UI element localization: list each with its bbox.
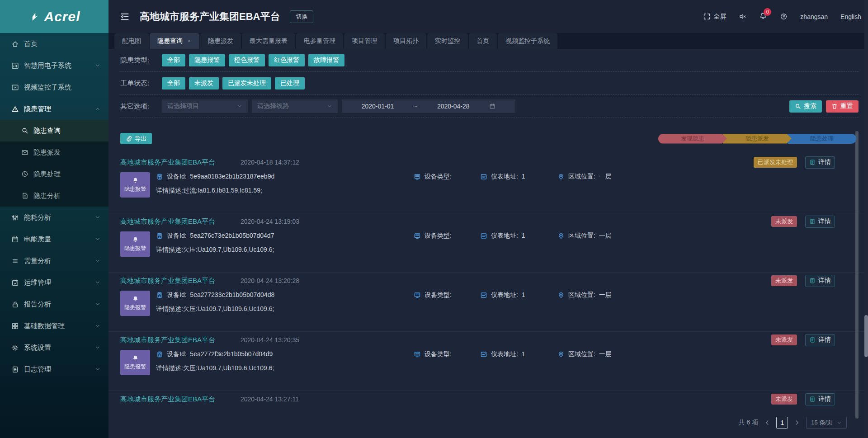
username-menu[interactable]: zhangsan <box>800 13 828 20</box>
tab-视频监控子系统[interactable]: 视频监控子系统 <box>498 33 557 49</box>
record-timestamp: 2020-04-24 13:27:11 <box>241 396 299 403</box>
sidebar-item[interactable]: 基础数据管理 <box>0 315 108 337</box>
sidebar-item[interactable]: 能耗分析 <box>0 207 108 228</box>
filter-other-label: 其它选项: <box>120 102 156 111</box>
tab-最大需量报表[interactable]: 最大需量报表 <box>242 33 295 49</box>
order-status-option[interactable]: 未派发 <box>189 77 219 89</box>
export-button[interactable]: 导出 <box>120 133 152 144</box>
hazard-record-list: 高地城市服务产业集团EBA平台2020-04-18 14:37:12已派发未处理… <box>108 154 868 413</box>
record-title-link[interactable]: 高地城市服务产业集团EBA平台 <box>120 336 215 344</box>
language-switcher[interactable]: English <box>840 13 861 20</box>
tab-bar: 配电图隐患查询隐患派发最大需量报表电参量管理项目管理项目拓扑实时监控首页视频监控… <box>108 33 868 49</box>
home-icon <box>11 40 19 48</box>
bell-icon <box>132 295 139 302</box>
meter-addr-icon <box>480 232 487 240</box>
record-title-link[interactable]: 高地城市服务产业集团EBA平台 <box>120 395 215 404</box>
hazard-type-option[interactable]: 红色报警 <box>269 54 305 66</box>
tab-项目管理[interactable]: 项目管理 <box>344 33 385 49</box>
line-select[interactable]: 请选择线路 <box>252 99 338 113</box>
app-window: Acrel 首页智慧用电子系统视频监控子系统隐患管理隐患查询隐患派发隐患处理隐患… <box>0 0 868 438</box>
sidebar-subitem[interactable]: 隐患处理 <box>0 163 108 185</box>
mute-icon <box>739 13 746 20</box>
prev-page-icon[interactable] <box>764 419 770 426</box>
record-detail-button[interactable]: 详情 <box>805 216 835 228</box>
calendar-icon <box>489 103 495 109</box>
sidebar-item[interactable]: 日志管理 <box>0 358 108 380</box>
legend-pill[interactable]: 隐患派发 <box>723 134 792 144</box>
legend-pill[interactable]: 隐患处理 <box>788 134 856 144</box>
hazard-type-option[interactable]: 隐患报警 <box>189 54 225 66</box>
chevron-down-icon <box>95 280 100 285</box>
hazard-type-option[interactable]: 故障报警 <box>308 54 344 66</box>
record-status-badge: 未派发 <box>771 394 797 405</box>
record-detail-button[interactable]: 详情 <box>805 275 835 287</box>
filter-panel: 隐患类型: 全部隐患报警橙色报警红色报警故障报警 工单状态: 全部未派发已派发未… <box>120 49 859 118</box>
alarm-type-badge: 隐患报警 <box>120 291 150 316</box>
chevron-down-icon <box>95 323 100 329</box>
sidebar-item[interactable]: 电能质量 <box>0 228 108 250</box>
chevron-down-icon <box>327 104 332 109</box>
hazard-type-option[interactable]: 全部 <box>162 54 185 66</box>
order-status-option[interactable]: 已处理 <box>275 77 305 89</box>
sidebar-item[interactable]: 报告分析 <box>0 293 108 315</box>
order-status-option[interactable]: 已派发未处理 <box>222 77 271 89</box>
record-title-link[interactable]: 高地城市服务产业集团EBA平台 <box>120 217 215 226</box>
page-size-select[interactable]: 15 条/页 <box>806 417 847 429</box>
tab-隐患查询[interactable]: 隐患查询 <box>150 33 199 49</box>
tab-首页[interactable]: 首页 <box>469 33 497 49</box>
date-range-picker[interactable]: 2020-01-01 ~ 2020-04-28 <box>342 99 515 113</box>
search-button[interactable]: 搜索 <box>789 100 822 113</box>
tab-实时监控[interactable]: 实时监控 <box>427 33 468 49</box>
tab-项目拓扑[interactable]: 项目拓扑 <box>386 33 426 49</box>
tab-配电图[interactable]: 配电图 <box>114 33 149 49</box>
record-timestamp: 2020-04-24 13:20:28 <box>241 277 299 284</box>
sidebar-subitem[interactable]: 隐患派发 <box>0 141 108 163</box>
help-button[interactable] <box>780 13 788 20</box>
sidebar-item[interactable]: 隐患管理 <box>0 98 108 120</box>
sidebar-item[interactable]: 首页 <box>0 33 108 55</box>
tab-label: 实时监控 <box>435 37 460 45</box>
tab-隐患派发[interactable]: 隐患派发 <box>200 33 241 49</box>
reset-button[interactable]: 重置 <box>826 100 859 113</box>
mute-button[interactable] <box>739 13 746 20</box>
device-id-field: 设备Id: 5ea2772f3e2b1b05b07d04d9 <box>156 350 414 358</box>
window-scrollbar-thumb[interactable] <box>864 315 868 357</box>
project-select[interactable]: 请选择项目 <box>162 99 248 113</box>
hazard-type-option[interactable]: 橙色报警 <box>229 54 265 66</box>
sidebar-subitem[interactable]: 隐患查询 <box>0 120 108 141</box>
sidebar-item[interactable]: 系统设置 <box>0 337 108 358</box>
sidebar-item[interactable]: 需量分析 <box>0 250 108 272</box>
legend-pill[interactable]: 发现隐患 <box>658 134 727 144</box>
sidebar-subitem[interactable]: 隐患分析 <box>0 185 108 207</box>
record-description: 详情描述:欠压:Ua109.7,Ub109.6,Uc109.6; <box>156 305 835 313</box>
doc-detail-icon <box>809 396 816 402</box>
switch-button[interactable]: 切换 <box>290 10 313 23</box>
sidebar-item[interactable]: 运维管理 <box>0 272 108 293</box>
alarm-type-badge: 隐患报警 <box>120 350 150 375</box>
tab-label: 首页 <box>476 37 489 45</box>
device-type-icon <box>414 351 421 358</box>
status-legend: 发现隐患隐患派发隐患处理 <box>658 134 856 144</box>
order-status-option[interactable]: 全部 <box>162 77 185 89</box>
detail-button-label: 详情 <box>818 217 831 226</box>
fullscreen-button[interactable]: 全屏 <box>703 13 726 21</box>
record-title-link[interactable]: 高地城市服务产业集团EBA平台 <box>120 277 215 285</box>
current-page-button[interactable]: 1 <box>776 417 788 429</box>
detail-button-label: 详情 <box>818 395 831 403</box>
notifications-button[interactable]: 0 <box>759 12 767 21</box>
sidebar-item[interactable]: 智慧用电子系统 <box>0 55 108 76</box>
chevron-down-icon <box>95 367 100 372</box>
help-icon <box>780 13 788 20</box>
sidebar-subitem-label: 隐患派发 <box>33 148 61 157</box>
list-scrollbar[interactable] <box>855 131 859 419</box>
record-title-link[interactable]: 高地城市服务产业集团EBA平台 <box>120 158 215 167</box>
tab-电参量管理[interactable]: 电参量管理 <box>296 33 343 49</box>
sidebar-item[interactable]: 视频监控子系统 <box>0 76 108 98</box>
record-detail-button[interactable]: 详情 <box>805 393 835 405</box>
record-detail-button[interactable]: 详情 <box>805 156 835 169</box>
collapse-menu-icon[interactable] <box>120 12 130 22</box>
next-page-icon[interactable] <box>794 419 800 426</box>
acrel-logo[interactable]: Acrel <box>0 0 108 33</box>
record-detail-button[interactable]: 详情 <box>805 334 835 346</box>
sidebar-subitem-label: 隐患分析 <box>33 192 61 200</box>
